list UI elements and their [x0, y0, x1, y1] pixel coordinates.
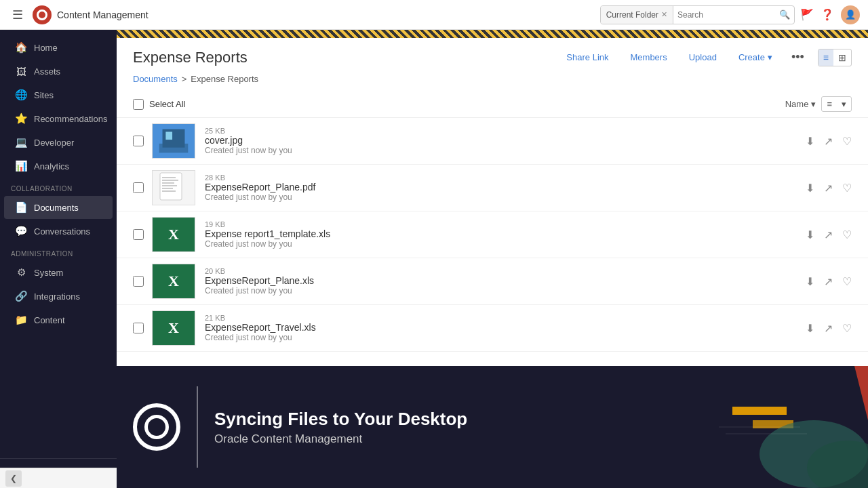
flag-icon[interactable]: 🚩 — [800, 8, 814, 21]
file-thumbnail — [152, 170, 195, 205]
file-size: 21 KB — [205, 314, 806, 322]
sidebar-item-analytics[interactable]: 📊 Analytics — [4, 155, 113, 178]
file-actions: ⬇ ↗ ♡ — [806, 275, 852, 288]
list-item[interactable]: 25 KB cover.jpg Created just now by you … — [117, 118, 868, 165]
sidebar-item-integrations[interactable]: 🔗 Integrations — [4, 285, 113, 308]
list-item[interactable]: X 21 KB ExpenseReport_Travel.xls Created… — [117, 305, 868, 352]
list-view-icon[interactable]: ≡ — [818, 49, 833, 66]
clear-folder-filter-icon[interactable]: ✕ — [661, 10, 667, 19]
more-options-icon[interactable]: ••• — [789, 47, 807, 67]
page-header: Expense Reports Share Link Members Uploa… — [117, 38, 868, 74]
view-dropdown-icon[interactable]: ▾ — [837, 97, 851, 111]
upload-button[interactable]: Upload — [684, 49, 722, 66]
favorite-icon[interactable]: ♡ — [842, 322, 852, 335]
file-checkbox[interactable] — [133, 323, 144, 333]
user-avatar[interactable]: 👤 — [841, 5, 860, 24]
favorite-icon[interactable]: ♡ — [842, 228, 852, 241]
layout-toggle[interactable]: ≡ ⊞ — [818, 49, 852, 66]
list-item[interactable]: X 20 KB ExpenseReport_Plane.xls Created … — [117, 258, 868, 305]
svg-point-14 — [807, 441, 868, 488]
download-icon[interactable]: ⬇ — [806, 228, 814, 241]
share-icon[interactable]: ↗ — [824, 322, 833, 335]
bottom-bar: ❮ — [0, 468, 117, 488]
favorite-icon[interactable]: ♡ — [842, 275, 852, 288]
list-item[interactable]: X 19 KB Expense report1_template.xls Cre… — [117, 211, 868, 258]
home-icon: 🏠 — [15, 41, 27, 54]
create-button[interactable]: Create ▾ — [733, 49, 778, 66]
file-actions: ⬇ ↗ ♡ — [806, 322, 852, 335]
download-icon[interactable]: ⬇ — [806, 182, 814, 195]
app-logo — [33, 5, 52, 24]
share-icon[interactable]: ↗ — [824, 135, 833, 148]
select-all-checkbox[interactable] — [133, 99, 144, 110]
sidebar-item-sites[interactable]: 🌐 Sites — [4, 83, 113, 106]
breadcrumb-parent[interactable]: Documents — [133, 74, 178, 84]
svg-point-13 — [760, 420, 868, 488]
breadcrumb: Documents > Expense Reports — [117, 74, 868, 91]
list-view-control-icon[interactable]: ≡ — [822, 97, 837, 111]
grid-view-icon[interactable]: ⊞ — [833, 49, 851, 66]
content-icon: 📁 — [15, 314, 27, 326]
download-icon[interactable]: ⬇ — [806, 322, 814, 335]
assets-icon: 🖼 — [15, 65, 27, 77]
breadcrumb-separator: > — [182, 74, 187, 84]
select-all-label[interactable]: Select All — [149, 99, 785, 109]
help-icon[interactable]: ❓ — [821, 8, 834, 21]
sort-chevron-icon: ▾ — [811, 99, 816, 109]
sidebar-item-documents[interactable]: 📄 Documents — [4, 196, 113, 219]
sidebar-item-label: Content — [34, 315, 65, 325]
sidebar-item-label: Analytics — [34, 161, 69, 171]
banner-text: Syncing Files to Your Desktop Oracle Con… — [198, 366, 484, 488]
share-link-button[interactable]: Share Link — [561, 49, 614, 66]
hamburger-icon[interactable]: ☰ — [8, 5, 27, 25]
file-checkbox[interactable] — [133, 229, 144, 240]
sidebar-item-system[interactable]: ⚙ System — [4, 261, 113, 284]
share-icon[interactable]: ↗ — [824, 275, 833, 288]
search-input[interactable] — [673, 10, 775, 20]
list-item[interactable]: 28 KB ExpenseReport_Plane.pdf Created ju… — [117, 165, 868, 211]
file-checkbox[interactable] — [133, 182, 144, 193]
sidebar-item-label: Integrations — [34, 291, 80, 302]
sidebar-item-developer[interactable]: 💻 Developer — [4, 131, 113, 154]
sidebar-bottom-collapse-button[interactable]: ❮ — [5, 470, 22, 487]
sidebar-item-label: Home — [34, 43, 58, 53]
file-size: 28 KB — [205, 174, 806, 182]
sidebar-item-content[interactable]: 📁 Content — [4, 308, 113, 331]
search-folder-filter[interactable]: Current Folder ✕ — [601, 6, 673, 24]
file-name: cover.jpg — [205, 135, 806, 146]
search-icon[interactable]: 🔍 — [775, 9, 794, 20]
sidebar-item-home[interactable]: 🏠 Home — [4, 36, 113, 59]
view-control[interactable]: ≡ ▾ — [821, 96, 852, 112]
file-info: 21 KB ExpenseReport_Travel.xls Created j… — [205, 314, 806, 342]
bottom-banner: Syncing Files to Your Desktop Oracle Con… — [117, 366, 868, 488]
file-name: ExpenseReport_Travel.xls — [205, 322, 806, 333]
sidebar-item-conversations[interactable]: 💬 Conversations — [4, 220, 113, 243]
sidebar: 🏠 Home 🖼 Assets 🌐 Sites ⭐ Recommendation… — [0, 30, 117, 488]
file-size: 19 KB — [205, 220, 806, 228]
file-checkbox[interactable] — [133, 136, 144, 146]
sidebar-item-recommendations[interactable]: ⭐ Recommendations — [4, 107, 113, 130]
system-icon: ⚙ — [15, 266, 27, 279]
banner-logo — [117, 366, 197, 488]
chevron-left-icon: ❮ — [10, 474, 17, 483]
file-checkbox[interactable] — [133, 276, 144, 287]
banner-subtitle: Oracle Content Management — [214, 432, 467, 446]
svg-marker-15 — [854, 366, 868, 420]
svg-rect-7 — [162, 182, 174, 184]
favorite-icon[interactable]: ♡ — [842, 182, 852, 195]
file-meta: Created just now by you — [205, 286, 806, 296]
chevron-down-icon: ▾ — [768, 52, 772, 62]
file-name: ExpenseReport_Plane.pdf — [205, 182, 806, 192]
file-info: 25 KB cover.jpg Created just now by you — [205, 127, 806, 155]
file-actions: ⬇ ↗ ♡ — [806, 135, 852, 148]
download-icon[interactable]: ⬇ — [806, 135, 814, 148]
share-icon[interactable]: ↗ — [824, 228, 833, 241]
sidebar-item-assets[interactable]: 🖼 Assets — [4, 60, 113, 83]
download-icon[interactable]: ⬇ — [806, 275, 814, 288]
page-title: Expense Reports — [133, 49, 248, 66]
admin-section-label: ADMINISTRATION — [0, 243, 117, 260]
favorite-icon[interactable]: ♡ — [842, 135, 852, 148]
share-icon[interactable]: ↗ — [824, 182, 833, 195]
members-button[interactable]: Members — [625, 49, 673, 66]
sort-control[interactable]: Name ▾ — [785, 99, 816, 109]
